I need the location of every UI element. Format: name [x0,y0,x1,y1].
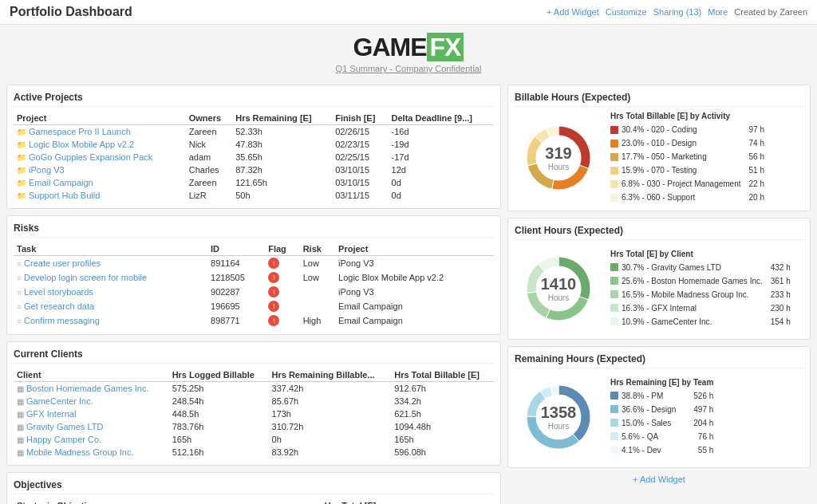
flag-icon: ! [268,258,279,269]
hrs-remaining-bill: 337.42h [269,382,392,396]
owner: Charles [186,163,233,176]
risk-project: Logic Blox Mobile App v2.2 [335,270,494,285]
flag-icon: ! [268,315,279,326]
legend-color [610,419,618,427]
legend-value: 55 h [693,443,713,457]
billable-hours-unit: Hours [545,163,571,171]
risk-level: Low [300,270,335,285]
col-owners: Owners [186,112,233,125]
legend-item: 6.8% - 030 - Project Management22 h [610,177,764,191]
legend-color [610,304,618,312]
legend-value: 74 h [744,136,764,150]
hrs-remaining-bill: 0h [269,433,392,446]
risk-level [300,299,335,313]
delta: -16d [389,125,494,139]
active-projects-table: Project Owners Hrs Remaining [E] Finish … [14,112,494,202]
legend-item: 36.6% - Design497 h [610,403,713,416]
remaining-legend-section: Hrs Remaining [E] by Team 38.8% - PM526 … [610,378,713,457]
col-hrs-remaining: Hrs Remaining [E] [232,112,332,125]
table-row: Confirm messaging 898771 ! High Email Ca… [14,313,494,328]
logo-subtitle: Q1 Summary - Company Confidential [0,64,817,73]
remaining-hours-unit: Hours [541,422,577,431]
table-row: Support Hub Build LizR 50h 03/11/15 0d [14,189,494,202]
legend-color [610,290,618,298]
add-widget-link[interactable]: + Add Widget [547,7,599,17]
legend-value: 497 h [689,403,713,416]
legend-text: 38.8% - PM [622,389,663,403]
risk-id: 898771 [207,313,265,328]
logo-section: GAMEFX Q1 Summary - Company Confidential [0,25,817,78]
client-donut-label: 1410 Hours [541,275,577,302]
main-content: Active Projects Project Owners Hrs Remai… [0,78,817,504]
risk-id: 196695 [207,299,265,313]
col-client: Client [14,368,169,382]
hrs-total-bill: 596.08h [391,446,494,459]
legend-color [610,126,618,134]
remaining-chart-container: 1358 Hours Hrs Remaining [E] by Team 38.… [515,373,803,461]
legend-text: 16.5% - Mobile Madness Group Inc. [622,288,749,301]
delta: 12d [389,163,494,176]
client-legend: 30.7% - Gravity Games LTD432 h25.6% - Bo… [610,261,791,329]
client-icon [17,409,26,419]
owner: Nick [186,138,233,151]
finish-date: 02/25/15 [332,151,388,163]
folder-icon [17,140,29,149]
flag-icon: ! [268,286,279,297]
project-name: iPong V3 [14,163,186,176]
billable-legend: 30.4% - 020 - Coding97 h23.0% - 010 - De… [610,123,764,204]
left-panel: Active Projects Project Owners Hrs Remai… [6,85,501,504]
customize-link[interactable]: Customize [606,7,647,17]
client-icon [17,435,26,444]
table-row: Logic Blox Mobile App v2.2 Nick 47.83h 0… [14,138,494,151]
billable-hours-number: 319 [545,144,571,163]
billable-legend-section: Hrs Total Billable [E] by Activity 30.4%… [610,112,764,204]
table-row: Email Campaign Zareen 121.65h 03/10/15 0… [14,176,494,189]
hrs-total-bill: 621.5h [391,408,494,420]
top-bar: Portfolio Dashboard + Add Widget Customi… [0,0,817,25]
delta: -17d [389,151,494,163]
table-row: GameCenter Inc. 248.54h 85.67h 334.2h [14,395,494,408]
risk-level [300,285,335,299]
risks-title: Risks [14,222,494,238]
legend-value: 204 h [689,416,713,430]
risk-task: Get research data [14,299,207,313]
legend-color [610,432,618,440]
col-risk: Risk [300,242,335,256]
legend-color [610,277,618,285]
legend-text: 30.4% - 020 - Coding [622,123,697,136]
risk-level: Low [300,256,335,271]
legend-text: 23.0% - 010 - Design [622,136,697,150]
legend-color [610,153,618,161]
legend-text: 15.9% - 070 - Testing [622,163,697,177]
risk-flag: ! [265,299,299,313]
client-name: GameCenter Inc. [14,395,169,408]
legend-color [610,392,618,400]
billable-hours-title: Billable Hours (Expected) [515,92,803,107]
folder-icon [17,178,29,187]
hrs-remaining: 52.33h [232,125,332,139]
legend-item: 30.4% - 020 - Coding97 h [610,123,764,136]
risks-table: Task ID Flag Risk Project Create user pr… [14,242,494,328]
legend-color [610,263,618,271]
legend-value: 154 h [766,315,791,329]
add-widget-bottom[interactable]: + Add Widget [633,474,685,484]
legend-color [610,446,618,454]
hrs-total-bill: 165h [391,433,494,446]
col-delta: Delta Deadline [9...] [389,112,494,125]
legend-value: 230 h [766,301,791,315]
more-link[interactable]: More [708,7,728,17]
logo-fx: FX [427,33,464,61]
delta: 0d [389,176,494,189]
finish-date: 03/11/15 [332,189,388,202]
client-chart-title: Hrs Total [E] by Client [610,250,791,258]
objectives-widget: Objectives Strategic Objective Hrs Total… [6,472,501,504]
client-icon [17,447,26,457]
hrs-total-bill: 912.67h [391,382,494,396]
billable-donut: 319 Hours [515,114,602,202]
col-id: ID [207,242,265,256]
sharing-link[interactable]: Sharing (13) [653,7,702,17]
legend-item: 16.5% - Mobile Madness Group Inc.233 h [610,288,791,301]
legend-text: 10.9% - GameCenter Inc. [622,315,712,329]
risk-level: High [300,313,335,328]
active-projects-title: Active Projects [14,92,494,107]
